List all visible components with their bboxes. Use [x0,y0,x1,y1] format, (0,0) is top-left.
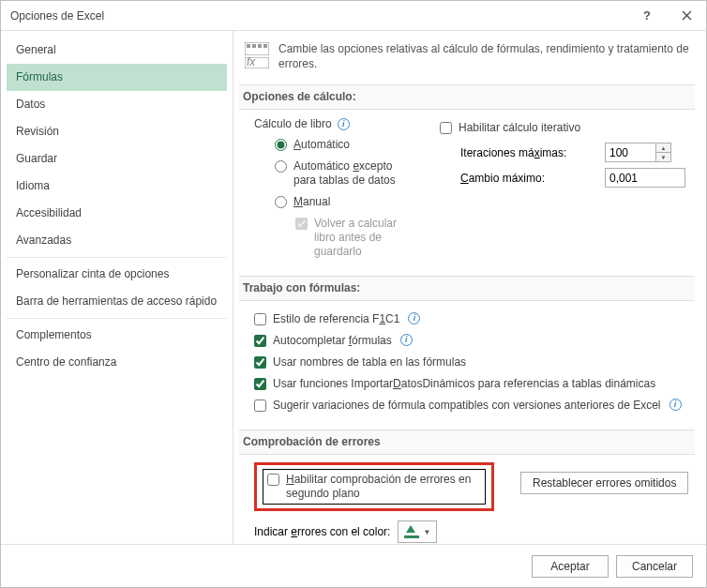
section-error-title: Comprobación de errores [239,430,695,455]
sidebar-item-trust-center[interactable]: Centro de confianza [7,349,227,376]
paint-bucket-icon [404,525,419,538]
max-change-input[interactable] [605,168,685,188]
max-iterations-input[interactable]: ▲▼ [605,143,689,162]
chevron-down-icon: ▼ [423,528,430,536]
max-iterations-label: Iteraciones máximas: [460,146,592,159]
workbook-calc-label: Cálculo de libroi [254,117,412,130]
check-legacy-suggest[interactable]: Sugerir variaciones de fórmula compatibl… [254,395,689,416]
excel-options-dialog: Opciones de Excel ? General Fórmulas Dat… [0,0,707,588]
reset-ignored-errors-button[interactable]: Restablecer errores omitidos [520,472,688,494]
spin-down-icon[interactable]: ▼ [656,153,670,161]
sidebar-item-language[interactable]: Idioma [7,173,227,200]
radio-manual[interactable]: Manual [275,191,412,213]
sidebar-item-general[interactable]: General [7,37,227,64]
sidebar-item-addins[interactable]: Complementos [7,322,227,349]
error-color-picker[interactable]: ▼ [398,520,437,543]
svg-rect-1 [247,44,250,48]
ok-button[interactable]: Aceptar [532,555,609,578]
formulas-section-icon: fx [243,42,271,71]
check-getpivotdata[interactable]: Usar funciones ImportarDatosDinámicos pa… [254,373,689,395]
close-icon [682,10,692,21]
check-enable-iterative[interactable]: Habilitar cálculo iterativo [440,117,689,139]
help-button[interactable]: ? [627,1,667,30]
sidebar-item-advanced[interactable]: Avanzadas [7,227,227,254]
highlighted-option: Habilitar comprobación de errores en seg… [254,462,494,511]
info-icon[interactable]: i [669,399,682,411]
svg-rect-2 [252,44,256,48]
error-color-label: Indicar errores con el color: [254,525,390,538]
section-formulas-title: Trabajo con fórmulas: [239,276,695,301]
check-table-names[interactable]: Usar nombres de tabla en las fórmulas [254,352,689,373]
sidebar-item-formulas[interactable]: Fórmulas [7,64,227,91]
radio-auto-except-tables[interactable]: Automático excepto para tablas de datos [275,156,412,191]
spin-up-icon[interactable]: ▲ [656,143,670,153]
check-autocomplete[interactable]: Autocompletar fórmulasi [254,330,689,352]
sidebar-item-accessibility[interactable]: Accesibilidad [7,200,227,227]
info-icon[interactable]: i [408,312,420,324]
check-background-error-checking[interactable]: Habilitar comprobación de errores en seg… [267,473,477,501]
dialog-title: Opciones de Excel [10,9,627,23]
sidebar-item-data[interactable]: Datos [7,91,227,118]
svg-rect-4 [263,44,267,48]
svg-rect-3 [258,44,262,48]
svg-text:fx: fx [247,57,256,68]
check-r1c1[interactable]: Estilo de referencia F1C1i [254,309,689,330]
intro-text: Cambie las opciones relativas al cálculo… [278,42,695,71]
sidebar-item-save[interactable]: Guardar [7,145,227,173]
category-sidebar: General Fórmulas Datos Revisión Guardar … [1,31,233,544]
dialog-footer: Aceptar Cancelar [1,544,706,587]
max-change-label: Cambio máximo: [460,172,592,185]
sidebar-item-quick-access[interactable]: Barra de herramientas de acceso rápido [7,288,227,315]
cancel-button[interactable]: Cancelar [616,555,693,578]
sidebar-item-proofing[interactable]: Revisión [7,118,227,145]
section-calculation-title: Opciones de cálculo: [239,84,695,110]
radio-automatic[interactable]: Automático [275,134,412,156]
info-icon[interactable]: i [338,118,350,130]
close-button[interactable] [667,1,706,30]
check-recalc-before-save: Volver a calcular libro antes de guardar… [295,213,412,263]
settings-panel[interactable]: fx Cambie las opciones relativas al cálc… [233,31,706,544]
titlebar: Opciones de Excel ? [1,1,706,31]
info-icon[interactable]: i [400,334,413,346]
sidebar-item-customize-ribbon[interactable]: Personalizar cinta de opciones [7,261,227,288]
